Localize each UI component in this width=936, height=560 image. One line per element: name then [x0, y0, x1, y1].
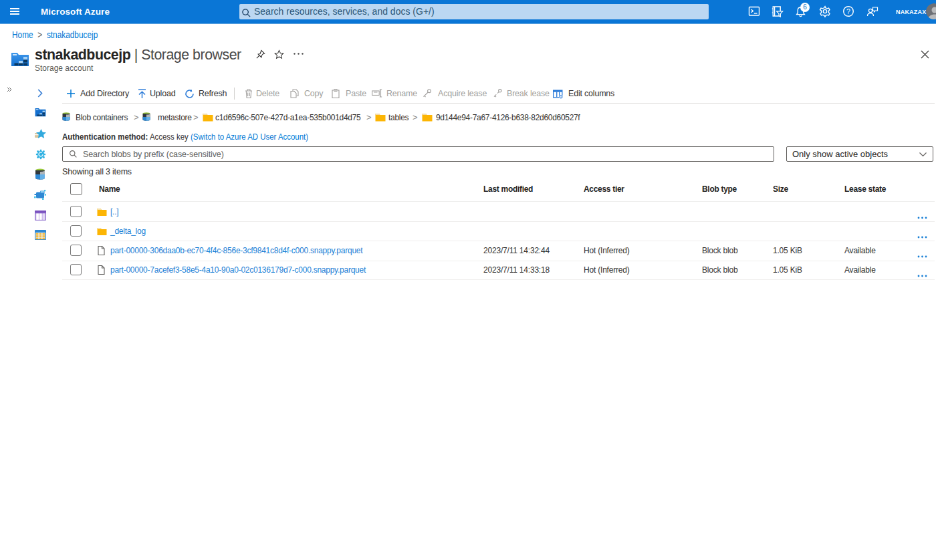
svg-text:?: ?: [846, 7, 850, 15]
